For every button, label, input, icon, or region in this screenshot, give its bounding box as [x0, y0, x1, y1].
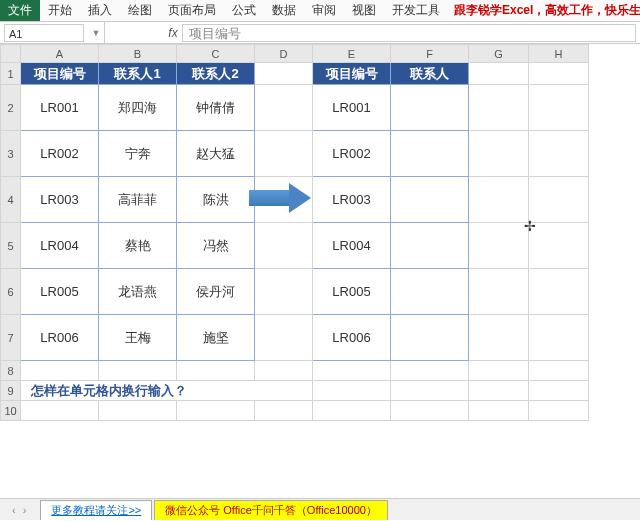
cell-D6[interactable] [255, 269, 313, 315]
cell-F3[interactable] [391, 131, 469, 177]
cell-D7[interactable] [255, 315, 313, 361]
row-header-10[interactable]: 10 [1, 401, 21, 421]
cell-G3[interactable] [469, 131, 529, 177]
col-header-H[interactable]: H [529, 45, 589, 63]
tab-insert[interactable]: 插入 [80, 0, 120, 21]
tab-home[interactable]: 开始 [40, 0, 80, 21]
cell-F6[interactable] [391, 269, 469, 315]
cell-E6[interactable]: LR005 [313, 269, 391, 315]
cell-A5[interactable]: LR004 [21, 223, 99, 269]
fx-icon[interactable]: fx [164, 26, 182, 40]
row-header-9[interactable]: 9 [1, 381, 21, 401]
cell-F4[interactable] [391, 177, 469, 223]
tab-layout[interactable]: 页面布局 [160, 0, 224, 21]
select-all-corner[interactable] [1, 45, 21, 63]
formula-input[interactable]: 项目编号 [182, 24, 636, 42]
row-header-1[interactable]: 1 [1, 63, 21, 85]
arrow-icon [249, 183, 317, 213]
name-box[interactable]: A1 [4, 24, 84, 42]
ribbon-extra-text: 跟李锐学Excel，高效工作，快乐生活！ [448, 0, 640, 21]
cell-E1[interactable]: 项目编号 [313, 63, 391, 85]
cell-F2[interactable] [391, 85, 469, 131]
cell-G1[interactable] [469, 63, 529, 85]
cell-E4[interactable]: LR003 [313, 177, 391, 223]
ribbon-tabs: 文件 开始 插入 绘图 页面布局 公式 数据 审阅 视图 开发工具 跟李锐学Ex… [0, 0, 640, 22]
row-header-2[interactable]: 2 [1, 85, 21, 131]
tab-draw[interactable]: 绘图 [120, 0, 160, 21]
question-text[interactable]: 怎样在单元格内换行输入？ [21, 381, 313, 401]
sheet-tab-2[interactable]: 微信公众号 Office千问千答（Office10000） [154, 500, 388, 520]
cell-A1[interactable]: 项目编号 [21, 63, 99, 85]
cell-B5[interactable]: 蔡艳 [99, 223, 177, 269]
col-header-D[interactable]: D [255, 45, 313, 63]
cell-H4[interactable] [529, 177, 589, 223]
cell-H7[interactable] [529, 315, 589, 361]
cell-E3[interactable]: LR002 [313, 131, 391, 177]
col-header-E[interactable]: E [313, 45, 391, 63]
cell-G6[interactable] [469, 269, 529, 315]
col-header-A[interactable]: A [21, 45, 99, 63]
cell-C1[interactable]: 联系人2 [177, 63, 255, 85]
cell-G4[interactable] [469, 177, 529, 223]
sheet-tab-1[interactable]: 更多教程请关注>> [40, 500, 152, 520]
cell-F5[interactable] [391, 223, 469, 269]
col-header-G[interactable]: G [469, 45, 529, 63]
cell-A2[interactable]: LR001 [21, 85, 99, 131]
cell-E5[interactable]: LR004 [313, 223, 391, 269]
col-header-F[interactable]: F [391, 45, 469, 63]
cell-D1[interactable] [255, 63, 313, 85]
cell-D2[interactable] [255, 85, 313, 131]
cell-H1[interactable] [529, 63, 589, 85]
row-header-5[interactable]: 5 [1, 223, 21, 269]
col-header-B[interactable]: B [99, 45, 177, 63]
row-header-8[interactable]: 8 [1, 361, 21, 381]
cell-B3[interactable]: 宁奔 [99, 131, 177, 177]
cell-H5[interactable] [529, 223, 589, 269]
cell-C3[interactable]: 赵大猛 [177, 131, 255, 177]
cell-A7[interactable]: LR006 [21, 315, 99, 361]
cell-H6[interactable] [529, 269, 589, 315]
tab-formulas[interactable]: 公式 [224, 0, 264, 21]
cell-B4[interactable]: 高菲菲 [99, 177, 177, 223]
cell-D4[interactable] [255, 177, 313, 223]
cell-G5[interactable] [469, 223, 529, 269]
tab-review[interactable]: 审阅 [304, 0, 344, 21]
cell-B1[interactable]: 联系人1 [99, 63, 177, 85]
cell-C2[interactable]: 钟倩倩 [177, 85, 255, 131]
cell-C5[interactable]: 冯然 [177, 223, 255, 269]
cell-F1[interactable]: 联系人 [391, 63, 469, 85]
cell-G7[interactable] [469, 315, 529, 361]
formula-bar: A1 ▼ fx 项目编号 [0, 22, 640, 44]
worksheet-grid[interactable]: A B C D E F G H 1 项目编号 联系人1 联系人2 项目编号 联系… [0, 44, 640, 498]
tab-view[interactable]: 视图 [344, 0, 384, 21]
cell-A8[interactable] [21, 361, 99, 381]
tab-file[interactable]: 文件 [0, 0, 40, 21]
tab-developer[interactable]: 开发工具 [384, 0, 448, 21]
cell-D3[interactable] [255, 131, 313, 177]
row-header-3[interactable]: 3 [1, 131, 21, 177]
cell-C6[interactable]: 侯丹河 [177, 269, 255, 315]
cell-B7[interactable]: 王梅 [99, 315, 177, 361]
cell-C4[interactable]: 陈洪 [177, 177, 255, 223]
tab-data[interactable]: 数据 [264, 0, 304, 21]
cell-F7[interactable] [391, 315, 469, 361]
cell-D5[interactable] [255, 223, 313, 269]
col-header-C[interactable]: C [177, 45, 255, 63]
cell-C7[interactable]: 施坚 [177, 315, 255, 361]
cell-E7[interactable]: LR006 [313, 315, 391, 361]
cell-A4[interactable]: LR003 [21, 177, 99, 223]
row-header-6[interactable]: 6 [1, 269, 21, 315]
cell-B2[interactable]: 郑四海 [99, 85, 177, 131]
cell-H3[interactable] [529, 131, 589, 177]
sheet-tabs-bar: ‹ › 更多教程请关注>> 微信公众号 Office千问千答（Office100… [0, 498, 640, 520]
name-box-dropdown-icon[interactable]: ▼ [88, 28, 104, 38]
cell-B6[interactable]: 龙语燕 [99, 269, 177, 315]
sheet-nav-icon[interactable]: ‹ › [0, 504, 40, 516]
cell-E2[interactable]: LR001 [313, 85, 391, 131]
cell-G2[interactable] [469, 85, 529, 131]
row-header-4[interactable]: 4 [1, 177, 21, 223]
cell-A6[interactable]: LR005 [21, 269, 99, 315]
cell-A3[interactable]: LR002 [21, 131, 99, 177]
row-header-7[interactable]: 7 [1, 315, 21, 361]
cell-H2[interactable] [529, 85, 589, 131]
